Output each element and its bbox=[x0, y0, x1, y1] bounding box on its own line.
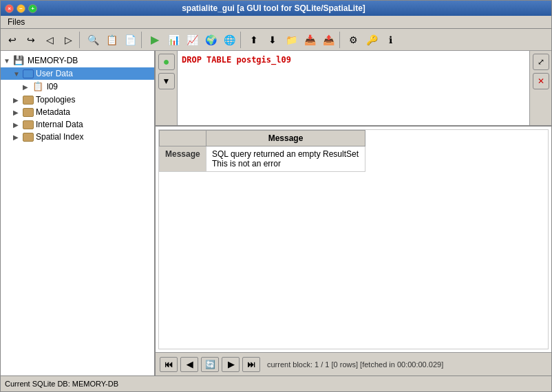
tree-topologies-arrow: ▶ bbox=[13, 96, 23, 104]
tree-userdata-label: User Data bbox=[36, 69, 73, 78]
nav-last-button[interactable]: ⏭ bbox=[242, 357, 260, 372]
sql-scroll-button[interactable]: ▼ bbox=[158, 73, 175, 89]
tree-topologies-label: Topologies bbox=[36, 95, 75, 105]
toolbar-execute[interactable]: ▶ bbox=[146, 31, 164, 49]
col-header-empty bbox=[160, 131, 206, 146]
status-bar: Current SQLite DB: MEMORY-DB bbox=[1, 375, 551, 391]
tree-spatialindex-arrow: ▶ bbox=[13, 133, 23, 141]
toolbar: ↩ ↪ ◁ ▷ 🔍 📋 📄 ▶ 📊 📈 🌍 🌐 ⬆ ⬇ 📁 📥 📤 ⚙ 🔑 ℹ bbox=[1, 29, 551, 51]
toolbar-import[interactable]: 📥 bbox=[301, 31, 319, 49]
results-table: Message Message SQL query returned an em… bbox=[159, 130, 365, 172]
tree-root-icon: 💾 bbox=[13, 55, 25, 66]
tree-topologies[interactable]: ▶ Topologies bbox=[1, 94, 154, 106]
sql-run-button[interactable]: ● bbox=[158, 54, 175, 70]
toolbar-globe[interactable]: 🌍 bbox=[202, 31, 220, 49]
toolbar-sep4 bbox=[339, 32, 342, 48]
toolbar-redo[interactable]: ↪ bbox=[22, 31, 40, 49]
tree-internaldata-arrow: ▶ bbox=[13, 121, 23, 129]
sql-right-buttons: ⤢ ✕ bbox=[529, 51, 551, 125]
toolbar-undo[interactable]: ↩ bbox=[3, 31, 21, 49]
toolbar-upload[interactable]: ⬆ bbox=[245, 31, 263, 49]
toolbar-sep2 bbox=[141, 32, 144, 48]
toolbar-download[interactable]: ⬇ bbox=[264, 31, 282, 49]
maximize-button[interactable]: + bbox=[28, 4, 37, 13]
toolbar-chart1[interactable]: 📊 bbox=[164, 31, 182, 49]
tree-metadata-label: Metadata bbox=[36, 107, 70, 117]
toolbar-new[interactable]: 📄 bbox=[121, 31, 139, 49]
toolbar-folder[interactable]: 📁 bbox=[282, 31, 300, 49]
sql-content: DROP TABLE postgis_l09 bbox=[182, 55, 291, 65]
table-row: Message SQL query returned an empty Resu… bbox=[160, 146, 365, 172]
toolbar-key[interactable]: 🔑 bbox=[363, 31, 381, 49]
toolbar-export[interactable]: 📤 bbox=[319, 31, 337, 49]
toolbar-forward[interactable]: ▷ bbox=[59, 31, 77, 49]
tree-userdata-icon bbox=[23, 69, 34, 78]
tree-l09-icon: 📋 bbox=[32, 81, 45, 92]
nav-refresh-button[interactable]: 🔄 bbox=[201, 357, 219, 372]
sql-left-buttons: ● ▼ bbox=[156, 51, 178, 125]
toolbar-sep3 bbox=[240, 32, 243, 48]
tree-root-arrow: ▼ bbox=[3, 57, 13, 65]
result-cell-1: SQL query returned an empty ResultSet Th… bbox=[206, 146, 365, 172]
title-bar: × − + spatialite_gui [a GUI tool for SQL… bbox=[1, 1, 551, 16]
right-panel: ● ▼ DROP TABLE postgis_l09 ⤢ ✕ Message bbox=[156, 51, 551, 375]
toolbar-zoom[interactable]: 🔍 bbox=[84, 31, 102, 49]
tree-metadata-arrow: ▶ bbox=[13, 109, 23, 116]
status-text: Current SQLite DB: MEMORY-DB bbox=[5, 380, 118, 388]
results-area: Message Message SQL query returned an em… bbox=[156, 127, 551, 375]
tree-user-data[interactable]: ▼ User Data bbox=[1, 67, 154, 80]
tree-root-label: MEMORY-DB bbox=[28, 56, 78, 65]
tree-root[interactable]: ▼ 💾 MEMORY-DB bbox=[1, 54, 154, 67]
nav-bar: ⏮ ◀ 🔄 ▶ ⏭ current block: 1 / 1 [0 rows] … bbox=[156, 352, 551, 375]
tree-topologies-icon bbox=[23, 96, 34, 105]
nav-prev-button[interactable]: ◀ bbox=[180, 357, 198, 372]
nav-info: current block: 1 / 1 [0 rows] [fetched i… bbox=[267, 360, 443, 369]
tree-internal-data[interactable]: ▶ Internal Data bbox=[1, 118, 154, 131]
sql-area: ● ▼ DROP TABLE postgis_l09 ⤢ ✕ bbox=[156, 51, 551, 127]
tree-userdata-arrow: ▼ bbox=[13, 70, 23, 78]
menu-files[interactable]: Files bbox=[3, 16, 29, 28]
toolbar-chart2[interactable]: 📈 bbox=[183, 31, 201, 49]
tree-l09-label: l09 bbox=[47, 82, 58, 91]
tree-internaldata-label: Internal Data bbox=[36, 120, 83, 129]
sql-expand-button[interactable]: ⤢ bbox=[533, 54, 549, 70]
tree-spatial-index[interactable]: ▶ Spatial Index bbox=[1, 131, 154, 143]
tree-l09[interactable]: ▶ 📋 l09 bbox=[1, 80, 154, 94]
toolbar-info[interactable]: ℹ bbox=[381, 31, 399, 49]
minimize-button[interactable]: − bbox=[17, 4, 25, 13]
tree-spatialindex-icon bbox=[23, 133, 34, 142]
results-table-wrapper[interactable]: Message Message SQL query returned an em… bbox=[158, 129, 549, 349]
mac-controls[interactable]: × − + bbox=[1, 4, 37, 13]
tree-metadata-icon bbox=[23, 108, 34, 117]
toolbar-settings[interactable]: ⚙ bbox=[344, 31, 362, 49]
close-button[interactable]: × bbox=[5, 4, 14, 13]
nav-next-button[interactable]: ▶ bbox=[222, 357, 240, 372]
menu-bar: Files bbox=[1, 16, 551, 29]
col-header-message: Message bbox=[206, 131, 365, 146]
nav-first-button[interactable]: ⏮ bbox=[160, 357, 178, 372]
toolbar-sep1 bbox=[79, 32, 82, 48]
sql-editor[interactable]: DROP TABLE postgis_l09 bbox=[178, 51, 529, 125]
toolbar-back[interactable]: ◁ bbox=[41, 31, 59, 49]
window-title: spatialite_gui [a GUI tool for SQLite/Sp… bbox=[37, 3, 510, 13]
tree-panel: ▼ 💾 MEMORY-DB ▼ User Data ▶ 📋 l09 ▶ Topo… bbox=[1, 51, 156, 375]
sql-clear-button[interactable]: ✕ bbox=[533, 73, 549, 89]
tree-metadata[interactable]: ▶ Metadata bbox=[1, 106, 154, 118]
main-area: ▼ 💾 MEMORY-DB ▼ User Data ▶ 📋 l09 ▶ Topo… bbox=[1, 51, 551, 375]
toolbar-clipboard[interactable]: 📋 bbox=[103, 31, 120, 49]
row-header: Message bbox=[160, 146, 206, 172]
toolbar-web[interactable]: 🌐 bbox=[220, 31, 238, 49]
tree-l09-arrow: ▶ bbox=[23, 83, 32, 91]
tree-internaldata-icon bbox=[23, 120, 34, 129]
tree-spatialindex-label: Spatial Index bbox=[36, 132, 83, 142]
